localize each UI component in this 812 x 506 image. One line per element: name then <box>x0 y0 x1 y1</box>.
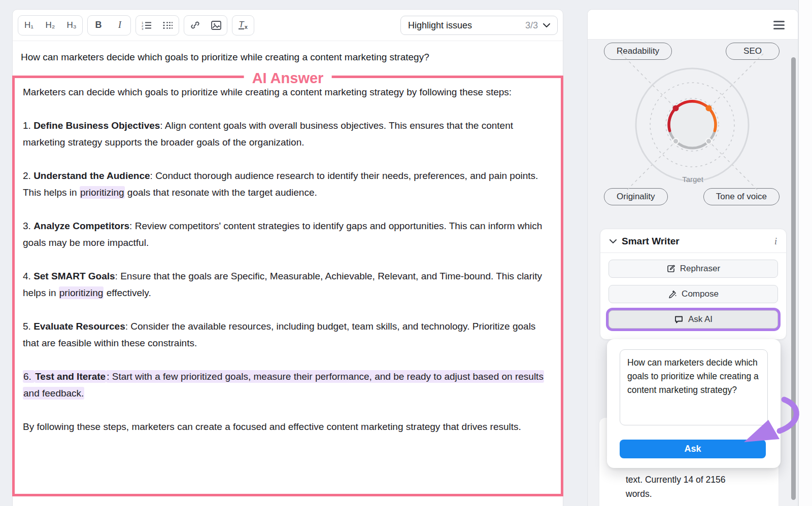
italic-button[interactable]: I <box>109 16 130 35</box>
ai-answer-label: AI Answer <box>244 68 332 88</box>
ask-ai-button[interactable]: Ask AI <box>608 310 778 329</box>
list-button-group: 1 2 3 <box>136 15 179 35</box>
chevron-down-icon <box>610 239 617 244</box>
smart-writer-header[interactable]: Smart Writer i <box>600 229 786 252</box>
answer-paragraph: By following these steps, marketers can … <box>23 418 553 435</box>
heading-button-group: H₁ H₂ H₃ <box>18 15 83 35</box>
ordered-list-icon: 1 2 3 <box>142 21 152 30</box>
editor-panel: H₁ H₂ H₃ B I 1 2 3 <box>12 9 563 506</box>
clear-formatting-button[interactable]: Tx <box>232 16 254 35</box>
highlight-issues-count: 3/3 <box>525 20 538 31</box>
ai-answer-box: AI Answer Marketers can decide which goa… <box>12 76 563 496</box>
answer-paragraph: 1. Define Business Objectives: Align con… <box>23 117 553 151</box>
h3-button[interactable]: H₃ <box>61 16 82 35</box>
ask-ai-label: Ask AI <box>688 314 713 324</box>
chevron-down-icon <box>543 23 550 28</box>
h2-button[interactable]: H₂ <box>40 16 61 35</box>
format-button-group: B I <box>87 15 131 35</box>
ask-ai-popup: How can marketers decide which goals to … <box>607 339 781 468</box>
insert-button-group <box>184 15 227 35</box>
info-icon[interactable]: i <box>774 236 777 247</box>
answer-paragraph: 5. Evaluate Resources: Consider the avai… <box>23 318 553 351</box>
compose-label: Compose <box>682 289 719 299</box>
ask-button[interactable]: Ask <box>620 440 766 458</box>
answer-paragraph: 4. Set SMART Goals: Ensure that the goal… <box>23 268 553 301</box>
ask-ai-question-input[interactable]: How can marketers decide which goals to … <box>620 349 768 425</box>
smart-writer-card: Smart Writer i Rephraser <box>600 229 787 340</box>
smart-writer-body: Rephraser Compose Ask AI <box>600 253 786 339</box>
editor-toolbar: H₁ H₂ H₃ B I 1 2 3 <box>13 10 563 41</box>
compose-button[interactable]: Compose <box>608 285 778 303</box>
bold-button[interactable]: B <box>88 16 109 35</box>
link-icon <box>190 20 200 30</box>
app-background: H₁ H₂ H₃ B I 1 2 3 <box>0 0 799 506</box>
ai-answer-paragraphs: Marketers can decide which goals to prio… <box>20 84 555 435</box>
svg-text:3: 3 <box>142 27 144 30</box>
question-text: How can marketers decide which goals to … <box>21 51 555 64</box>
sidebar-header <box>588 10 798 40</box>
ordered-list-button[interactable]: 1 2 3 <box>136 16 157 35</box>
recommendation-text-line2: words. <box>626 487 768 501</box>
compose-icon <box>668 290 677 299</box>
menu-icon[interactable] <box>773 21 785 31</box>
rephraser-label: Rephraser <box>680 264 720 274</box>
editor-content[interactable]: How can marketers decide which goals to … <box>13 41 563 496</box>
clear-formatting-icon: T <box>239 21 244 29</box>
bullet-list-button[interactable] <box>157 16 179 35</box>
assistant-sidebar: Readability SEO Originality Tone of voic… <box>587 9 798 506</box>
image-icon <box>211 21 221 30</box>
clear-format-group: Tx <box>232 15 254 35</box>
bullet-list-icon <box>163 21 173 30</box>
highlight-issues-label: Highlight issues <box>408 20 472 31</box>
bold-icon: B <box>95 20 102 30</box>
sidebar-scrollbar[interactable] <box>791 57 796 500</box>
target-label: Target <box>588 174 798 185</box>
h1-button[interactable]: H₁ <box>18 16 40 35</box>
rephraser-icon <box>666 264 675 273</box>
answer-paragraph: 2. Understand the Audience: Conduct thor… <box>23 167 553 201</box>
page-scroll-gutter[interactable] <box>798 0 812 506</box>
recommendation-text-line1: text. Currently 14 of 2156 <box>626 473 768 487</box>
image-button[interactable] <box>206 16 227 35</box>
rephraser-button[interactable]: Rephraser <box>608 260 778 278</box>
answer-paragraph: 6. Test and Iterate: Start with a few pr… <box>23 368 553 402</box>
chat-bubble-icon <box>674 315 684 324</box>
target-gauge <box>588 39 798 191</box>
highlight-issues-dropdown[interactable]: Highlight issues 3/3 <box>400 16 558 35</box>
link-button[interactable] <box>184 16 206 35</box>
answer-paragraph: 3. Analyze Competitors: Review competito… <box>23 218 553 251</box>
italic-icon: I <box>118 20 121 30</box>
smart-writer-title: Smart Writer <box>622 236 680 247</box>
